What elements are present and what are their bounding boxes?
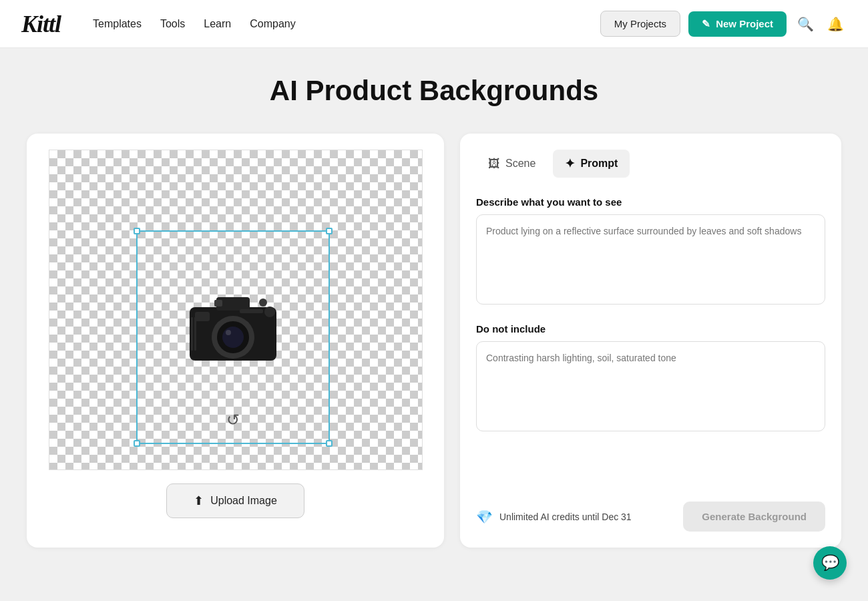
new-project-icon: ✎ xyxy=(702,18,710,30)
main-layout: ↺ ⬆ Upload Image 🖼 Scene ✦ Prompt xyxy=(27,134,841,548)
handle-top-right[interactable] xyxy=(326,228,333,234)
svg-point-5 xyxy=(226,330,231,335)
handle-bottom-right[interactable] xyxy=(326,440,333,447)
checkerboard-bg: ↺ xyxy=(49,150,422,469)
right-panel: 🖼 Scene ✦ Prompt Describe what you want … xyxy=(460,134,841,548)
describe-textarea[interactable] xyxy=(476,214,825,305)
left-panel: ↺ ⬆ Upload Image xyxy=(27,134,444,548)
new-project-label: New Project xyxy=(716,18,773,29)
nav-right: My Projects ✎ New Project 🔍 🔔 xyxy=(600,11,847,37)
logo: Kittl xyxy=(21,10,61,38)
tab-prompt[interactable]: ✦ Prompt xyxy=(553,150,630,178)
bell-icon: 🔔 xyxy=(827,17,844,31)
search-icon: 🔍 xyxy=(797,17,814,31)
page-title: AI Product Backgrounds xyxy=(27,75,841,107)
navbar: Kittl Templates Tools Learn Company My P… xyxy=(0,0,868,48)
exclude-label: Do not include xyxy=(476,323,825,335)
handle-bottom-left[interactable] xyxy=(134,440,140,447)
new-project-button[interactable]: ✎ New Project xyxy=(688,11,787,37)
svg-point-8 xyxy=(264,307,275,317)
credits-text: Unlimited AI credits until Dec 31 xyxy=(499,512,632,522)
credits-icon: 💎 xyxy=(476,509,493,525)
handle-top-left[interactable] xyxy=(134,228,140,234)
nav-templates[interactable]: Templates xyxy=(93,18,142,30)
chat-icon: 💬 xyxy=(821,554,839,572)
page-content: AI Product Backgrounds xyxy=(0,48,868,588)
product-image xyxy=(170,277,296,377)
describe-label: Describe what you want to see xyxy=(476,196,825,208)
svg-rect-10 xyxy=(191,317,193,351)
exclude-textarea[interactable] xyxy=(476,341,825,431)
scene-tab-icon: 🖼 xyxy=(488,157,500,171)
nav-links: Templates Tools Learn Company xyxy=(93,18,579,30)
notifications-button[interactable]: 🔔 xyxy=(825,13,847,35)
svg-rect-11 xyxy=(194,317,196,351)
tab-scene[interactable]: 🖼 Scene xyxy=(476,150,548,178)
prompt-tab-label: Prompt xyxy=(580,158,618,170)
camera-svg xyxy=(176,284,290,371)
nav-tools[interactable]: Tools xyxy=(160,18,185,30)
svg-rect-12 xyxy=(240,309,263,313)
svg-rect-6 xyxy=(195,312,210,321)
exclude-field-group: Do not include xyxy=(476,323,825,434)
nav-learn[interactable]: Learn xyxy=(204,18,231,30)
tab-bar: 🖼 Scene ✦ Prompt xyxy=(476,150,825,178)
credits-info: 💎 Unlimited AI credits until Dec 31 xyxy=(476,509,632,525)
scene-tab-label: Scene xyxy=(505,158,535,170)
upload-button-label: Upload Image xyxy=(210,495,277,507)
chat-bubble[interactable]: 💬 xyxy=(813,546,847,580)
my-projects-button[interactable]: My Projects xyxy=(600,11,680,37)
panel-footer: 💎 Unlimited AI credits until Dec 31 Gene… xyxy=(476,488,825,532)
search-button[interactable]: 🔍 xyxy=(795,13,817,35)
describe-field-group: Describe what you want to see xyxy=(476,196,825,307)
svg-point-9 xyxy=(259,298,267,307)
upload-image-button[interactable]: ⬆ Upload Image xyxy=(166,483,304,518)
upload-icon: ⬆ xyxy=(194,493,204,508)
rotate-handle[interactable]: ↺ xyxy=(226,411,240,429)
svg-point-4 xyxy=(222,327,244,348)
nav-company[interactable]: Company xyxy=(250,18,295,30)
generate-background-button[interactable]: Generate Background xyxy=(683,502,825,532)
svg-rect-7 xyxy=(214,300,222,307)
canvas-area: ↺ xyxy=(49,150,423,470)
prompt-tab-icon: ✦ xyxy=(565,156,575,171)
